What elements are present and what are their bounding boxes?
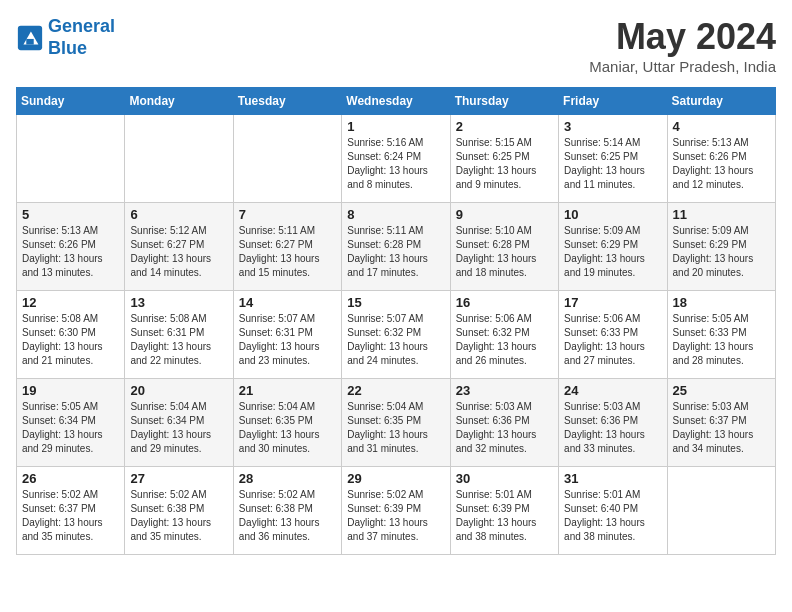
day-info: Sunrise: 5:13 AM Sunset: 6:26 PM Dayligh…	[673, 136, 770, 192]
calendar-cell: 3Sunrise: 5:14 AM Sunset: 6:25 PM Daylig…	[559, 115, 667, 203]
calendar-cell: 28Sunrise: 5:02 AM Sunset: 6:38 PM Dayli…	[233, 467, 341, 555]
calendar-cell: 12Sunrise: 5:08 AM Sunset: 6:30 PM Dayli…	[17, 291, 125, 379]
day-info: Sunrise: 5:15 AM Sunset: 6:25 PM Dayligh…	[456, 136, 553, 192]
title-block: May 2024 Maniar, Uttar Pradesh, India	[589, 16, 776, 75]
calendar-header-row: SundayMondayTuesdayWednesdayThursdayFrid…	[17, 88, 776, 115]
day-number: 11	[673, 207, 770, 222]
weekday-header: Tuesday	[233, 88, 341, 115]
calendar-cell: 31Sunrise: 5:01 AM Sunset: 6:40 PM Dayli…	[559, 467, 667, 555]
day-info: Sunrise: 5:10 AM Sunset: 6:28 PM Dayligh…	[456, 224, 553, 280]
logo-text: General Blue	[48, 16, 115, 59]
day-number: 19	[22, 383, 119, 398]
calendar-cell: 26Sunrise: 5:02 AM Sunset: 6:37 PM Dayli…	[17, 467, 125, 555]
day-info: Sunrise: 5:05 AM Sunset: 6:34 PM Dayligh…	[22, 400, 119, 456]
day-info: Sunrise: 5:06 AM Sunset: 6:33 PM Dayligh…	[564, 312, 661, 368]
day-number: 15	[347, 295, 444, 310]
day-info: Sunrise: 5:04 AM Sunset: 6:35 PM Dayligh…	[347, 400, 444, 456]
day-info: Sunrise: 5:07 AM Sunset: 6:32 PM Dayligh…	[347, 312, 444, 368]
day-info: Sunrise: 5:04 AM Sunset: 6:35 PM Dayligh…	[239, 400, 336, 456]
calendar-cell: 25Sunrise: 5:03 AM Sunset: 6:37 PM Dayli…	[667, 379, 775, 467]
calendar-cell: 18Sunrise: 5:05 AM Sunset: 6:33 PM Dayli…	[667, 291, 775, 379]
logo-line1: General	[48, 16, 115, 36]
calendar-cell: 27Sunrise: 5:02 AM Sunset: 6:38 PM Dayli…	[125, 467, 233, 555]
calendar-week-row: 12Sunrise: 5:08 AM Sunset: 6:30 PM Dayli…	[17, 291, 776, 379]
calendar-body: 1Sunrise: 5:16 AM Sunset: 6:24 PM Daylig…	[17, 115, 776, 555]
day-number: 13	[130, 295, 227, 310]
calendar-cell: 19Sunrise: 5:05 AM Sunset: 6:34 PM Dayli…	[17, 379, 125, 467]
weekday-header: Wednesday	[342, 88, 450, 115]
day-number: 16	[456, 295, 553, 310]
day-number: 21	[239, 383, 336, 398]
weekday-header: Friday	[559, 88, 667, 115]
calendar-cell	[17, 115, 125, 203]
day-number: 8	[347, 207, 444, 222]
day-info: Sunrise: 5:07 AM Sunset: 6:31 PM Dayligh…	[239, 312, 336, 368]
day-info: Sunrise: 5:03 AM Sunset: 6:36 PM Dayligh…	[564, 400, 661, 456]
day-number: 17	[564, 295, 661, 310]
day-number: 3	[564, 119, 661, 134]
day-info: Sunrise: 5:04 AM Sunset: 6:34 PM Dayligh…	[130, 400, 227, 456]
day-info: Sunrise: 5:06 AM Sunset: 6:32 PM Dayligh…	[456, 312, 553, 368]
calendar-cell: 14Sunrise: 5:07 AM Sunset: 6:31 PM Dayli…	[233, 291, 341, 379]
day-info: Sunrise: 5:08 AM Sunset: 6:31 PM Dayligh…	[130, 312, 227, 368]
day-info: Sunrise: 5:11 AM Sunset: 6:27 PM Dayligh…	[239, 224, 336, 280]
weekday-header: Saturday	[667, 88, 775, 115]
calendar-cell	[233, 115, 341, 203]
calendar-cell: 30Sunrise: 5:01 AM Sunset: 6:39 PM Dayli…	[450, 467, 558, 555]
day-number: 27	[130, 471, 227, 486]
day-number: 29	[347, 471, 444, 486]
logo-line2: Blue	[48, 38, 115, 60]
day-number: 4	[673, 119, 770, 134]
calendar-cell	[125, 115, 233, 203]
day-number: 25	[673, 383, 770, 398]
day-info: Sunrise: 5:05 AM Sunset: 6:33 PM Dayligh…	[673, 312, 770, 368]
calendar-cell	[667, 467, 775, 555]
svg-rect-2	[26, 39, 33, 45]
day-info: Sunrise: 5:03 AM Sunset: 6:36 PM Dayligh…	[456, 400, 553, 456]
calendar-cell: 15Sunrise: 5:07 AM Sunset: 6:32 PM Dayli…	[342, 291, 450, 379]
day-number: 24	[564, 383, 661, 398]
day-info: Sunrise: 5:02 AM Sunset: 6:39 PM Dayligh…	[347, 488, 444, 544]
calendar-week-row: 5Sunrise: 5:13 AM Sunset: 6:26 PM Daylig…	[17, 203, 776, 291]
day-number: 14	[239, 295, 336, 310]
day-number: 18	[673, 295, 770, 310]
day-number: 2	[456, 119, 553, 134]
calendar-cell: 20Sunrise: 5:04 AM Sunset: 6:34 PM Dayli…	[125, 379, 233, 467]
day-number: 28	[239, 471, 336, 486]
day-info: Sunrise: 5:12 AM Sunset: 6:27 PM Dayligh…	[130, 224, 227, 280]
day-info: Sunrise: 5:16 AM Sunset: 6:24 PM Dayligh…	[347, 136, 444, 192]
day-number: 9	[456, 207, 553, 222]
calendar-table: SundayMondayTuesdayWednesdayThursdayFrid…	[16, 87, 776, 555]
day-info: Sunrise: 5:09 AM Sunset: 6:29 PM Dayligh…	[564, 224, 661, 280]
calendar-cell: 2Sunrise: 5:15 AM Sunset: 6:25 PM Daylig…	[450, 115, 558, 203]
day-info: Sunrise: 5:01 AM Sunset: 6:39 PM Dayligh…	[456, 488, 553, 544]
calendar-cell: 29Sunrise: 5:02 AM Sunset: 6:39 PM Dayli…	[342, 467, 450, 555]
day-number: 23	[456, 383, 553, 398]
day-number: 12	[22, 295, 119, 310]
day-info: Sunrise: 5:02 AM Sunset: 6:38 PM Dayligh…	[239, 488, 336, 544]
day-info: Sunrise: 5:11 AM Sunset: 6:28 PM Dayligh…	[347, 224, 444, 280]
location-title: Maniar, Uttar Pradesh, India	[589, 58, 776, 75]
calendar-cell: 8Sunrise: 5:11 AM Sunset: 6:28 PM Daylig…	[342, 203, 450, 291]
calendar-cell: 1Sunrise: 5:16 AM Sunset: 6:24 PM Daylig…	[342, 115, 450, 203]
day-number: 30	[456, 471, 553, 486]
page-header: General Blue May 2024 Maniar, Uttar Prad…	[16, 16, 776, 75]
calendar-cell: 21Sunrise: 5:04 AM Sunset: 6:35 PM Dayli…	[233, 379, 341, 467]
calendar-cell: 6Sunrise: 5:12 AM Sunset: 6:27 PM Daylig…	[125, 203, 233, 291]
logo: General Blue	[16, 16, 115, 59]
weekday-header: Thursday	[450, 88, 558, 115]
day-info: Sunrise: 5:03 AM Sunset: 6:37 PM Dayligh…	[673, 400, 770, 456]
calendar-cell: 11Sunrise: 5:09 AM Sunset: 6:29 PM Dayli…	[667, 203, 775, 291]
calendar-week-row: 1Sunrise: 5:16 AM Sunset: 6:24 PM Daylig…	[17, 115, 776, 203]
day-number: 6	[130, 207, 227, 222]
day-number: 22	[347, 383, 444, 398]
calendar-cell: 23Sunrise: 5:03 AM Sunset: 6:36 PM Dayli…	[450, 379, 558, 467]
day-number: 1	[347, 119, 444, 134]
calendar-cell: 4Sunrise: 5:13 AM Sunset: 6:26 PM Daylig…	[667, 115, 775, 203]
day-number: 7	[239, 207, 336, 222]
calendar-cell: 9Sunrise: 5:10 AM Sunset: 6:28 PM Daylig…	[450, 203, 558, 291]
day-info: Sunrise: 5:02 AM Sunset: 6:37 PM Dayligh…	[22, 488, 119, 544]
calendar-cell: 13Sunrise: 5:08 AM Sunset: 6:31 PM Dayli…	[125, 291, 233, 379]
day-info: Sunrise: 5:09 AM Sunset: 6:29 PM Dayligh…	[673, 224, 770, 280]
day-number: 20	[130, 383, 227, 398]
